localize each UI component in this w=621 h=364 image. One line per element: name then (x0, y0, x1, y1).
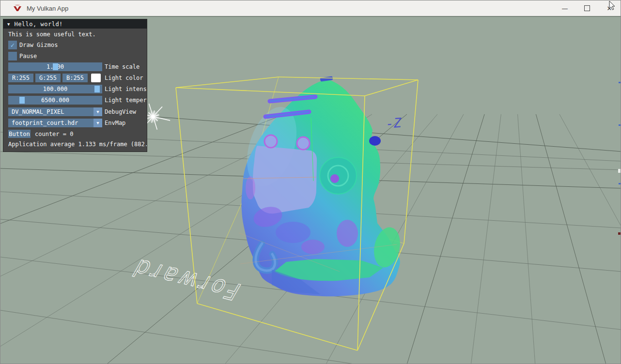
maximize-icon (584, 5, 590, 11)
light-color-r-drag[interactable]: R:255 (8, 74, 33, 82)
helmet-model[interactable] (238, 76, 404, 296)
light-temperature-slider[interactable]: 6500.000 (8, 96, 102, 105)
mouse-cursor (609, 1, 618, 11)
light-temperature-slider-grab[interactable] (19, 97, 25, 104)
light-intensity-label: Light intensi (105, 86, 147, 92)
titlebar[interactable]: My Vulkan App — ✕ (0, 0, 621, 16)
light-intensity-slider-grab[interactable] (94, 86, 100, 92)
draw-gizmos-label: Draw Gizmos (19, 42, 58, 48)
axis-z-label: -Z (385, 115, 402, 131)
env-map-label: EnvMap (105, 120, 125, 126)
light-temperature-label: Light tempera (105, 97, 147, 104)
counter-text: counter = 0 (35, 131, 73, 137)
chevron-down-icon[interactable]: ▼ (93, 119, 102, 127)
pause-checkbox[interactable] (8, 52, 17, 61)
intro-text: This is some useful text. (8, 31, 96, 38)
model-eye-left (264, 135, 277, 148)
debug-view-combo[interactable]: DV_NORMAL_PIXEL ▼ (8, 107, 102, 116)
light-intensity-value: 100.000 (43, 86, 68, 92)
model-eye-right (297, 137, 310, 150)
light-color-g-drag[interactable]: G:255 (35, 74, 61, 82)
light-color-swatch[interactable] (91, 74, 101, 82)
debug-view-value: DV_NORMAL_PIXEL (12, 108, 64, 115)
env-map-value: footprint_court.hdr (12, 120, 78, 126)
draw-gizmos-checkbox[interactable]: ✓ (8, 41, 17, 49)
light-color-b-drag[interactable]: B:255 (62, 74, 88, 82)
time-scale-label: Time scale (105, 63, 140, 70)
chevron-down-icon[interactable]: ▼ (93, 107, 102, 116)
counter-button[interactable]: Button (8, 130, 31, 138)
imgui-panel: ▼ Hello, world! This is some useful text… (3, 19, 147, 152)
light-color-label: Light color (105, 75, 143, 81)
imgui-panel-title: Hello, world! (14, 21, 62, 28)
viewport-top-shadow (0, 16, 621, 17)
minimize-button[interactable]: — (554, 0, 576, 16)
stats-text: Application average 1.133 ms/frame (882.… (8, 141, 147, 148)
maximize-button[interactable] (576, 0, 598, 16)
model-faceplate (253, 146, 317, 213)
env-map-combo[interactable]: footprint_court.hdr ▼ (8, 119, 102, 127)
time-scale-slider-grab[interactable] (53, 63, 58, 70)
window-title: My Vulkan App (27, 5, 68, 12)
app-window: My Vulkan App — ✕ (0, 0, 621, 364)
vulkan-app-icon (13, 4, 22, 13)
light-intensity-slider[interactable]: 100.000 (8, 85, 102, 93)
light-temperature-value: 6500.000 (41, 97, 69, 104)
imgui-panel-titlebar[interactable]: ▼ Hello, world! (3, 19, 147, 29)
pause-label: Pause (19, 53, 37, 60)
floor-forward-label: Forward (125, 254, 246, 305)
collapse-icon[interactable]: ▼ (7, 22, 10, 27)
time-scale-slider[interactable]: 1.000 (8, 62, 102, 71)
minimize-icon: — (562, 5, 568, 12)
debug-view-label: DebugView (105, 108, 136, 115)
